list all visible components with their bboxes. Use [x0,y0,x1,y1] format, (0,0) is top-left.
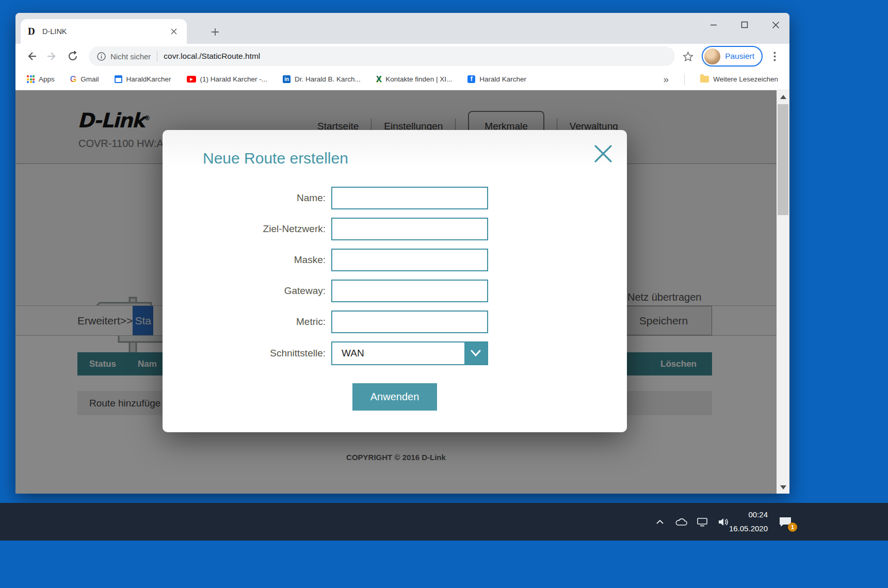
bookmark-star-icon[interactable] [679,47,697,65]
bookmark-linkedin[interactable]: in Dr. Harald B. Karch... [283,75,361,83]
window-controls [706,17,783,32]
gateway-field[interactable] [331,280,488,302]
linkedin-icon: in [283,75,290,83]
bookmark-gmail[interactable]: G Gmail [70,75,99,84]
interface-select[interactable]: WAN [331,341,488,365]
metric-label: Metric: [163,316,331,328]
tray-chevron-up-icon[interactable] [653,515,667,529]
browser-toolbar: Nicht sicher covr.local./StaticRoute.htm… [15,44,789,69]
other-bookmarks-button[interactable]: Weitere Lesezeichen [700,75,778,83]
metric-field[interactable] [331,311,488,333]
window-close-icon[interactable] [768,17,783,32]
new-tab-button[interactable] [207,24,223,40]
scrollbar-down-icon[interactable] [777,481,789,494]
form-row-name: Name: [163,186,627,210]
gateway-label: Gateway: [163,285,331,297]
bookmark-label: Kontakte finden | XI... [385,75,452,83]
form-row-metric: Metric: [163,310,627,334]
destination-network-field[interactable] [331,218,488,240]
profile-sync-label: Pausiert [725,52,754,61]
folder-icon [700,76,709,83]
security-label[interactable]: Nicht sicher [110,52,151,61]
chevron-down-icon[interactable] [464,342,487,364]
bookmark-label: HaraldKarcher [126,75,171,83]
name-field[interactable] [331,187,488,209]
interface-select-value: WAN [342,342,364,364]
browser-window: D D-LINK [15,13,789,494]
clock-time: 00:24 [748,508,768,521]
scrollbar-up-icon[interactable] [777,90,789,103]
address-separator [157,51,157,61]
bookmark-label: (1) Harald Karcher -... [200,75,268,83]
form-row-interface: Schnittstelle: WAN [163,341,627,365]
bookmark-xing[interactable]: X Kontakte finden | XI... [376,75,453,84]
window-maximize-icon[interactable] [737,17,752,32]
profile-pill[interactable]: Pausiert [702,46,763,67]
modal-close-icon[interactable] [593,143,613,164]
scrollbar-thumb[interactable] [778,104,788,215]
forward-icon[interactable] [43,47,61,65]
windows-taskbar: 00:24 16.05.2020 1 [0,503,888,541]
tab-close-icon[interactable] [168,26,180,37]
destination-label: Ziel-Netzwerk: [163,223,331,235]
modal-title: Neue Route erstellen [203,150,348,167]
window-minimize-icon[interactable] [706,17,721,32]
tab-title: D-LINK [42,27,168,36]
bookmarks-divider [684,74,685,85]
bookmark-label: Gmail [80,75,99,83]
onedrive-cloud-icon[interactable] [674,515,688,529]
xing-icon: X [376,75,382,84]
window-frame-icon [115,75,122,83]
bookmark-label: Harald Karcher [479,75,526,83]
apps-grid-icon [27,75,35,83]
action-center-button[interactable]: 1 [778,503,793,541]
page-content: D-Link® COVR-1100 HW:A1 Startseite Einst… [15,90,789,494]
notification-badge: 1 [788,522,797,532]
url-text: covr.local./StaticRoute.html [164,52,260,61]
clock-date: 16.05.2020 [729,522,768,535]
bookmark-label: Apps [39,75,55,83]
bookmark-apps[interactable]: Apps [27,75,55,83]
form-row-destination: Ziel-Netzwerk: [163,217,627,241]
taskbar-clock[interactable]: 00:24 16.05.2020 [721,503,768,541]
youtube-icon [187,76,196,83]
form-row-mask: Maske: [163,248,627,272]
other-bookmarks-label: Weitere Lesezeichen [713,75,778,83]
browser-titlebar: D D-LINK [15,13,789,44]
name-label: Name: [163,192,331,204]
google-g-icon: G [70,75,76,84]
back-icon[interactable] [23,47,40,65]
browser-tab[interactable]: D D-LINK [21,19,187,44]
form-row-gateway: Gateway: [163,279,627,303]
facebook-icon: f [467,75,475,83]
apply-button[interactable]: Anwenden [352,383,437,411]
mask-label: Maske: [163,254,331,266]
bookmark-facebook[interactable]: f Harald Karcher [467,75,526,83]
system-tray [653,503,730,541]
bookmarks-overflow-icon[interactable]: » [664,74,669,85]
dlink-favicon-icon: D [28,26,38,37]
reload-icon[interactable] [64,47,82,65]
bookmarks-bar: Apps G Gmail HaraldKarcher (1) Harald Ka… [15,69,789,90]
new-route-modal: Neue Route erstellen Name: Ziel-Netzwerk… [163,130,627,432]
page-scrollbar[interactable] [777,90,789,494]
address-bar[interactable]: Nicht sicher covr.local./StaticRoute.htm… [89,46,675,66]
desktop: D D-LINK [0,0,888,588]
browser-menu-icon[interactable] [767,48,782,64]
mask-field[interactable] [331,249,488,271]
bookmark-youtube[interactable]: (1) Harald Karcher -... [187,75,268,83]
bookmark-label: Dr. Harald B. Karch... [295,75,361,83]
bookmark-haraldkarcher[interactable]: HaraldKarcher [115,75,171,83]
info-icon[interactable] [97,52,106,61]
avatar [704,48,720,64]
interface-label: Schnittstelle: [163,348,331,359]
network-icon[interactable] [696,515,709,529]
